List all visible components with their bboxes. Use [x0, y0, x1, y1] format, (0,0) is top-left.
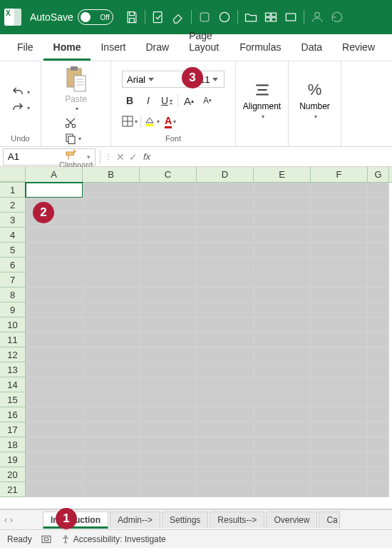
cell[interactable]: [197, 377, 254, 392]
row-header[interactable]: 14: [0, 377, 26, 392]
cell[interactable]: [83, 302, 140, 317]
row-header[interactable]: 2: [0, 198, 26, 213]
cell[interactable]: [197, 243, 254, 258]
row-header[interactable]: 6: [0, 258, 26, 273]
cell[interactable]: [83, 482, 140, 497]
tab-draw[interactable]: Draw: [135, 36, 179, 61]
cell[interactable]: [311, 183, 368, 198]
tab-insert[interactable]: Insert: [91, 36, 135, 61]
cell[interactable]: [26, 407, 83, 422]
grid-icon[interactable]: [264, 10, 278, 24]
row-header[interactable]: 15: [0, 392, 26, 407]
cell[interactable]: [26, 332, 83, 347]
cell[interactable]: [197, 407, 254, 422]
cell[interactable]: [311, 362, 368, 377]
fx-button[interactable]: fx: [143, 151, 150, 162]
cell[interactable]: [26, 302, 83, 317]
cell[interactable]: [83, 377, 140, 392]
col-header[interactable]: D: [197, 167, 254, 182]
number-button[interactable]: % Number ▾: [299, 66, 330, 134]
redo-button[interactable]: ▾: [11, 101, 30, 114]
row-header[interactable]: 13: [0, 362, 26, 377]
cell[interactable]: [368, 258, 389, 273]
cell[interactable]: [197, 452, 254, 467]
borders-button[interactable]: ▾: [122, 113, 138, 129]
cell[interactable]: [140, 407, 197, 422]
cell[interactable]: [254, 213, 311, 228]
cell[interactable]: [83, 243, 140, 258]
cell[interactable]: [26, 392, 83, 407]
cell[interactable]: [311, 273, 368, 287]
row-header[interactable]: 16: [0, 407, 26, 422]
tab-page-layout[interactable]: Page Layout: [179, 24, 229, 61]
sheet-tab-overview[interactable]: Overview: [266, 511, 317, 528]
cell[interactable]: [311, 347, 368, 362]
cell[interactable]: [311, 437, 368, 452]
circle-icon[interactable]: [217, 10, 232, 24]
cell[interactable]: [26, 317, 83, 332]
cell[interactable]: [197, 183, 254, 198]
cell[interactable]: [83, 467, 140, 482]
cell[interactable]: [311, 482, 368, 497]
autosave-toggle[interactable]: Off: [78, 9, 113, 25]
cell[interactable]: [140, 347, 197, 362]
cell[interactable]: [368, 407, 389, 422]
cell[interactable]: [368, 392, 389, 407]
cell[interactable]: [26, 452, 83, 467]
cut-icon[interactable]: [64, 116, 77, 129]
tab-formulas[interactable]: Formulas: [229, 36, 291, 61]
sheet-tab-settings[interactable]: Settings: [162, 511, 208, 528]
row-header[interactable]: 4: [0, 228, 26, 243]
cell[interactable]: [311, 302, 368, 317]
sheet-prev-button[interactable]: ‹: [4, 515, 7, 525]
sheet-tab-results[interactable]: Results-->: [210, 511, 264, 528]
cell[interactable]: [83, 392, 140, 407]
cell[interactable]: [83, 228, 140, 243]
row-header[interactable]: 7: [0, 273, 26, 287]
col-header[interactable]: G: [368, 167, 389, 182]
cell[interactable]: [197, 228, 254, 243]
cell[interactable]: [140, 302, 197, 317]
shrink-font-button[interactable]: A▾: [200, 93, 215, 108]
cell[interactable]: [197, 482, 254, 497]
cell[interactable]: [140, 213, 197, 228]
cell[interactable]: [368, 273, 389, 287]
cell[interactable]: [311, 452, 368, 467]
cell[interactable]: [140, 243, 197, 258]
row-header[interactable]: 21: [0, 482, 26, 497]
cell[interactable]: [254, 287, 311, 302]
cell[interactable]: [197, 362, 254, 377]
undo-button[interactable]: ▾: [11, 86, 30, 98]
cell[interactable]: [140, 273, 197, 287]
cell[interactable]: [140, 422, 197, 437]
folder-icon[interactable]: [244, 10, 258, 24]
cell[interactable]: [26, 347, 83, 362]
row-header[interactable]: 19: [0, 452, 26, 467]
bold-button[interactable]: B: [122, 93, 138, 108]
cell[interactable]: [254, 362, 311, 377]
cell[interactable]: [368, 243, 389, 258]
cell[interactable]: [368, 467, 389, 482]
cell[interactable]: [254, 377, 311, 392]
cell[interactable]: [140, 482, 197, 497]
cell[interactable]: [26, 467, 83, 482]
cell[interactable]: [368, 198, 389, 213]
enter-icon[interactable]: ✓: [129, 151, 138, 163]
cell[interactable]: [311, 422, 368, 437]
cell[interactable]: [254, 228, 311, 243]
cell[interactable]: [140, 198, 197, 213]
cell[interactable]: [368, 362, 389, 377]
cell[interactable]: [83, 273, 140, 287]
cell[interactable]: [140, 377, 197, 392]
cell[interactable]: [26, 258, 83, 273]
cell[interactable]: [254, 243, 311, 258]
row-header[interactable]: 20: [0, 467, 26, 482]
cell[interactable]: [140, 228, 197, 243]
cell[interactable]: [140, 317, 197, 332]
cell[interactable]: [311, 407, 368, 422]
cell[interactable]: [140, 258, 197, 273]
spreadsheet-grid[interactable]: A B C D E F G 12345678910111213141516171…: [0, 167, 392, 509]
italic-button[interactable]: I: [140, 93, 156, 108]
cell[interactable]: [26, 273, 83, 287]
cell[interactable]: [254, 198, 311, 213]
